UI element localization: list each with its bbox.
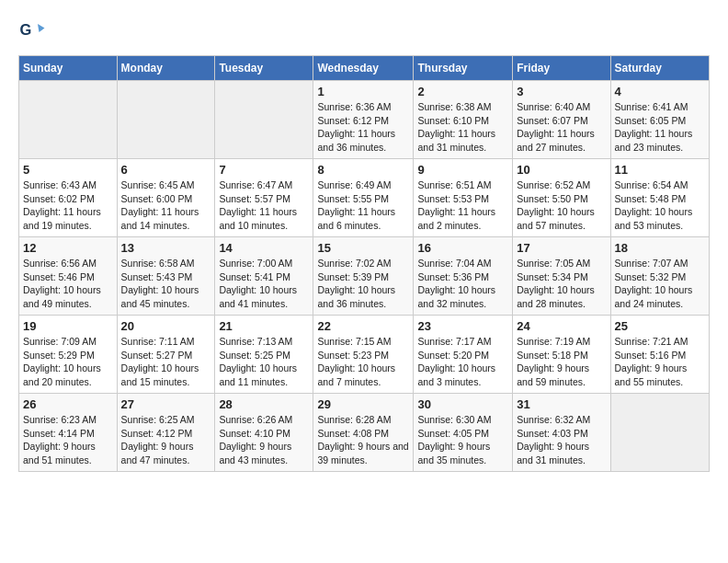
day-number: 9: [417, 163, 508, 177]
calendar-cell: 2Sunrise: 6:38 AM Sunset: 6:10 PM Daylig…: [414, 81, 513, 159]
calendar-table: SundayMondayTuesdayWednesdayThursdayFrid…: [18, 55, 710, 472]
calendar-cell: 7Sunrise: 6:47 AM Sunset: 5:57 PM Daylig…: [215, 159, 313, 237]
calendar-cell: 4Sunrise: 6:41 AM Sunset: 6:05 PM Daylig…: [610, 81, 709, 159]
day-info: Sunrise: 7:02 AM Sunset: 5:39 PM Dayligh…: [317, 257, 409, 311]
calendar-cell: 8Sunrise: 6:49 AM Sunset: 5:55 PM Daylig…: [313, 159, 414, 237]
day-number: 5: [23, 163, 113, 177]
day-of-week-friday: Friday: [513, 56, 610, 81]
calendar-cell: 19Sunrise: 7:09 AM Sunset: 5:29 PM Dayli…: [19, 316, 118, 394]
svg-marker-1: [38, 24, 45, 32]
day-number: 21: [219, 319, 309, 333]
calendar-cell: 24Sunrise: 7:19 AM Sunset: 5:18 PM Dayli…: [513, 316, 610, 394]
day-info: Sunrise: 7:07 AM Sunset: 5:32 PM Dayligh…: [615, 257, 705, 311]
calendar-cell: 15Sunrise: 7:02 AM Sunset: 5:39 PM Dayli…: [313, 237, 414, 316]
week-row-4: 19Sunrise: 7:09 AM Sunset: 5:29 PM Dayli…: [19, 316, 710, 394]
calendar-body: 1Sunrise: 6:36 AM Sunset: 6:12 PM Daylig…: [19, 81, 710, 472]
calendar-cell: 5Sunrise: 6:43 AM Sunset: 6:02 PM Daylig…: [19, 159, 118, 237]
day-number: 22: [317, 319, 409, 333]
day-number: 31: [517, 397, 606, 411]
day-of-week-saturday: Saturday: [610, 56, 709, 81]
day-info: Sunrise: 6:51 AM Sunset: 5:53 PM Dayligh…: [417, 178, 508, 233]
calendar-cell: 11Sunrise: 6:54 AM Sunset: 5:48 PM Dayli…: [610, 159, 709, 237]
day-info: Sunrise: 6:30 AM Sunset: 4:05 PM Dayligh…: [417, 413, 508, 467]
day-info: Sunrise: 7:05 AM Sunset: 5:34 PM Dayligh…: [517, 257, 606, 311]
calendar-cell: 29Sunrise: 6:28 AM Sunset: 4:08 PM Dayli…: [313, 394, 414, 472]
week-row-1: 1Sunrise: 6:36 AM Sunset: 6:12 PM Daylig…: [19, 81, 710, 159]
day-number: 26: [23, 397, 113, 411]
calendar-cell: 10Sunrise: 6:52 AM Sunset: 5:50 PM Dayli…: [513, 159, 610, 237]
week-row-3: 12Sunrise: 6:56 AM Sunset: 5:46 PM Dayli…: [19, 237, 710, 316]
day-info: Sunrise: 6:40 AM Sunset: 6:07 PM Dayligh…: [517, 100, 606, 155]
day-info: Sunrise: 7:09 AM Sunset: 5:29 PM Dayligh…: [23, 335, 113, 389]
calendar-cell: 9Sunrise: 6:51 AM Sunset: 5:53 PM Daylig…: [414, 159, 513, 237]
day-number: 12: [23, 241, 113, 255]
day-info: Sunrise: 6:52 AM Sunset: 5:50 PM Dayligh…: [517, 178, 606, 233]
calendar-header: SundayMondayTuesdayWednesdayThursdayFrid…: [19, 56, 710, 81]
calendar-cell: [610, 394, 709, 472]
day-of-week-thursday: Thursday: [414, 56, 513, 81]
day-info: Sunrise: 7:17 AM Sunset: 5:20 PM Dayligh…: [417, 335, 508, 389]
calendar-cell: [19, 81, 118, 159]
calendar-cell: 31Sunrise: 6:32 AM Sunset: 4:03 PM Dayli…: [513, 394, 610, 472]
day-info: Sunrise: 6:56 AM Sunset: 5:46 PM Dayligh…: [23, 257, 113, 311]
calendar-cell: 12Sunrise: 6:56 AM Sunset: 5:46 PM Dayli…: [19, 237, 118, 316]
day-number: 15: [317, 241, 409, 255]
day-info: Sunrise: 7:11 AM Sunset: 5:27 PM Dayligh…: [121, 335, 211, 389]
logo-icon: G: [18, 18, 46, 46]
week-row-2: 5Sunrise: 6:43 AM Sunset: 6:02 PM Daylig…: [19, 159, 710, 237]
day-number: 6: [121, 163, 211, 177]
day-number: 24: [517, 319, 606, 333]
calendar-cell: [117, 81, 215, 159]
day-number: 11: [615, 163, 705, 177]
day-info: Sunrise: 6:43 AM Sunset: 6:02 PM Dayligh…: [23, 178, 113, 233]
day-number: 2: [417, 85, 508, 98]
calendar-cell: 16Sunrise: 7:04 AM Sunset: 5:36 PM Dayli…: [414, 237, 513, 316]
calendar-cell: 27Sunrise: 6:25 AM Sunset: 4:12 PM Dayli…: [117, 394, 215, 472]
calendar-cell: 28Sunrise: 6:26 AM Sunset: 4:10 PM Dayli…: [215, 394, 313, 472]
day-number: 28: [219, 397, 309, 411]
day-info: Sunrise: 6:41 AM Sunset: 6:05 PM Dayligh…: [615, 100, 705, 155]
week-row-5: 26Sunrise: 6:23 AM Sunset: 4:14 PM Dayli…: [19, 394, 710, 472]
day-info: Sunrise: 6:49 AM Sunset: 5:55 PM Dayligh…: [317, 178, 409, 233]
day-info: Sunrise: 6:26 AM Sunset: 4:10 PM Dayligh…: [219, 413, 309, 467]
calendar-cell: 23Sunrise: 7:17 AM Sunset: 5:20 PM Dayli…: [414, 316, 513, 394]
day-number: 29: [317, 397, 409, 411]
calendar-cell: 13Sunrise: 6:58 AM Sunset: 5:43 PM Dayli…: [117, 237, 215, 316]
day-info: Sunrise: 6:25 AM Sunset: 4:12 PM Dayligh…: [121, 413, 211, 467]
day-info: Sunrise: 7:15 AM Sunset: 5:23 PM Dayligh…: [317, 335, 409, 389]
day-of-week-sunday: Sunday: [19, 56, 118, 81]
logo: G: [18, 18, 50, 46]
day-number: 7: [219, 163, 309, 177]
day-info: Sunrise: 7:21 AM Sunset: 5:16 PM Dayligh…: [615, 335, 705, 389]
day-of-week-wednesday: Wednesday: [313, 56, 414, 81]
days-of-week-row: SundayMondayTuesdayWednesdayThursdayFrid…: [19, 56, 710, 81]
calendar-cell: 3Sunrise: 6:40 AM Sunset: 6:07 PM Daylig…: [513, 81, 610, 159]
calendar-cell: 14Sunrise: 7:00 AM Sunset: 5:41 PM Dayli…: [215, 237, 313, 316]
day-number: 19: [23, 319, 113, 333]
day-number: 18: [615, 241, 705, 255]
day-info: Sunrise: 6:28 AM Sunset: 4:08 PM Dayligh…: [317, 413, 409, 467]
day-info: Sunrise: 7:19 AM Sunset: 5:18 PM Dayligh…: [517, 335, 606, 389]
day-number: 4: [615, 85, 705, 98]
calendar-cell: 20Sunrise: 7:11 AM Sunset: 5:27 PM Dayli…: [117, 316, 215, 394]
calendar-cell: 30Sunrise: 6:30 AM Sunset: 4:05 PM Dayli…: [414, 394, 513, 472]
day-info: Sunrise: 6:54 AM Sunset: 5:48 PM Dayligh…: [615, 178, 705, 233]
day-number: 25: [615, 319, 705, 333]
day-number: 27: [121, 397, 211, 411]
calendar-cell: 1Sunrise: 6:36 AM Sunset: 6:12 PM Daylig…: [313, 81, 414, 159]
day-number: 16: [417, 241, 508, 255]
day-number: 23: [417, 319, 508, 333]
day-number: 20: [121, 319, 211, 333]
day-info: Sunrise: 6:23 AM Sunset: 4:14 PM Dayligh…: [23, 413, 113, 467]
day-number: 13: [121, 241, 211, 255]
day-info: Sunrise: 6:36 AM Sunset: 6:12 PM Dayligh…: [317, 100, 409, 155]
calendar-cell: 17Sunrise: 7:05 AM Sunset: 5:34 PM Dayli…: [513, 237, 610, 316]
calendar-cell: 22Sunrise: 7:15 AM Sunset: 5:23 PM Dayli…: [313, 316, 414, 394]
day-of-week-monday: Monday: [117, 56, 215, 81]
calendar-cell: 21Sunrise: 7:13 AM Sunset: 5:25 PM Dayli…: [215, 316, 313, 394]
day-info: Sunrise: 6:32 AM Sunset: 4:03 PM Dayligh…: [517, 413, 606, 467]
day-number: 8: [317, 163, 409, 177]
day-info: Sunrise: 6:38 AM Sunset: 6:10 PM Dayligh…: [417, 100, 508, 155]
day-number: 1: [317, 85, 409, 98]
day-number: 30: [417, 397, 508, 411]
